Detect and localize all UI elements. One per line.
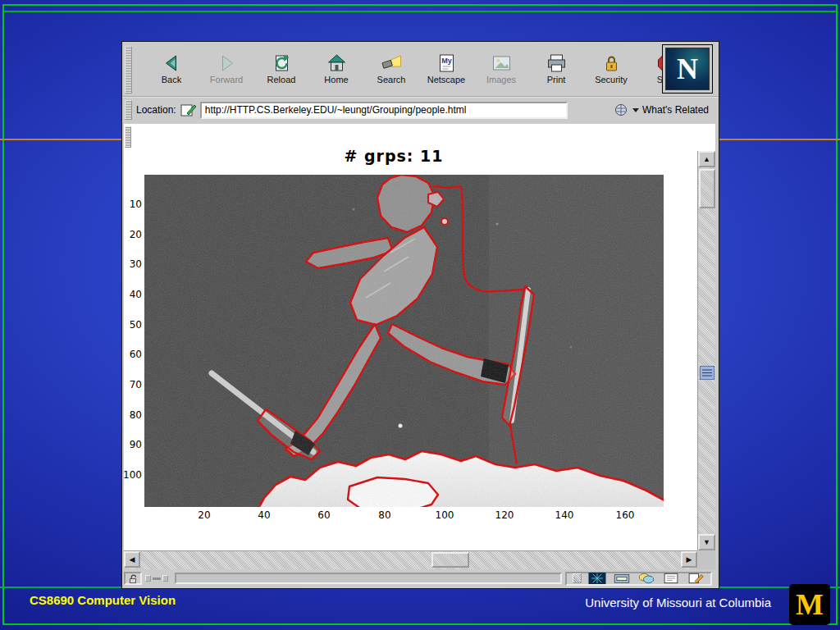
netscape-logo[interactable]: N	[662, 44, 713, 94]
slide-background: Back Forward Reload	[0, 0, 840, 630]
y-tick: 70	[130, 380, 142, 390]
y-tick: 50	[130, 320, 142, 331]
institution-label: University of Missouri at Columbia	[585, 596, 771, 609]
y-tick: 30	[130, 259, 142, 270]
browser-toolbar: Back Forward Reload	[124, 44, 717, 95]
security-lock-icon	[600, 52, 623, 74]
dropdown-arrow-icon	[632, 108, 639, 112]
x-axis-labels: 20 40 60 80 100 120 140 160	[144, 509, 664, 523]
mu-logo: M	[789, 584, 830, 625]
whats-related-label: What's Related	[642, 104, 709, 116]
y-tick: 20	[130, 230, 142, 240]
component-bar	[565, 572, 712, 586]
home-icon	[326, 52, 348, 74]
component-bar-handle[interactable]	[573, 573, 582, 583]
y-tick: 90	[130, 440, 142, 450]
y-axis-labels: 10 20 30 40 50 60 70 80 90 100	[124, 199, 142, 481]
y-tick: 60	[130, 349, 142, 360]
x-tick: 100	[436, 509, 454, 521]
x-tick: 160	[616, 509, 635, 521]
back-icon	[161, 52, 183, 74]
y-tick: 100	[124, 470, 142, 481]
bookmark-icon[interactable]	[180, 103, 197, 117]
horizontal-scroll-track[interactable]	[140, 551, 681, 569]
location-bar-drag-handle[interactable]	[125, 100, 132, 120]
home-button[interactable]: Home	[309, 44, 363, 92]
x-tick: 120	[495, 509, 514, 521]
address-book-icon[interactable]	[662, 573, 680, 584]
whats-related-button[interactable]: What's Related	[614, 103, 709, 116]
scroll-right-button[interactable]: ▶	[681, 551, 697, 568]
search-button[interactable]: Search	[364, 44, 418, 92]
vertical-scroll-thumb[interactable]	[699, 169, 715, 208]
mailbox-icon[interactable]	[613, 573, 631, 584]
x-tick: 40	[258, 509, 270, 521]
whats-related-icon	[614, 103, 629, 116]
discussions-icon[interactable]	[637, 573, 655, 584]
y-tick: 10	[130, 199, 142, 210]
search-icon	[381, 52, 403, 74]
forward-icon	[216, 52, 238, 74]
forward-button[interactable]: Forward	[199, 44, 253, 92]
mu-logo-letter: M	[796, 587, 824, 622]
netscape-button[interactable]: My Netscape	[419, 44, 473, 92]
figure-title: # grps: 11	[124, 147, 664, 165]
y-tick: 40	[130, 290, 142, 300]
reload-button[interactable]: Reload	[254, 44, 308, 92]
security-status-button[interactable]	[124, 572, 142, 585]
course-label: CS8690 Computer Vision	[30, 593, 176, 607]
x-tick: 20	[198, 509, 210, 521]
navigator-icon[interactable]	[588, 573, 606, 584]
x-tick: 140	[555, 509, 574, 521]
location-input[interactable]	[200, 102, 568, 119]
horizontal-scrollbar[interactable]: ◀ ▶	[124, 550, 697, 569]
x-tick: 80	[378, 509, 390, 521]
horizontal-scroll-thumb[interactable]	[431, 552, 469, 568]
back-button[interactable]: Back	[144, 44, 199, 92]
top-accent-line	[3, 11, 837, 12]
browser-window: Back Forward Reload	[121, 41, 719, 589]
composer-icon[interactable]	[687, 573, 705, 584]
toolbar-buttons: Back Forward Reload	[133, 44, 717, 95]
x-tick: 60	[317, 509, 330, 521]
svg-text:My: My	[441, 57, 452, 65]
scroll-position-marker	[700, 366, 714, 380]
security-button[interactable]: Security	[584, 44, 638, 92]
toolbar-drag-handle[interactable]	[125, 46, 132, 94]
images-button[interactable]: Images	[474, 44, 528, 92]
reload-icon	[271, 52, 293, 74]
open-lock-icon	[128, 573, 138, 584]
images-icon	[491, 52, 513, 74]
status-widget-icon	[145, 575, 168, 582]
my-netscape-icon: My	[436, 52, 458, 74]
status-bar	[124, 571, 715, 586]
segmentation-image	[144, 175, 664, 507]
netscape-logo-letter: N	[665, 48, 710, 90]
scroll-down-button[interactable]: ▼	[698, 534, 715, 550]
location-bar: Location: What's Related	[124, 98, 717, 122]
print-icon	[546, 52, 568, 74]
status-progress-bar	[175, 573, 562, 584]
browser-content: # grps: 11 10 20 30 40 50 60 70 80 90 10…	[124, 124, 715, 550]
scrollbar-corner	[697, 550, 715, 569]
scroll-up-button[interactable]: ▲	[698, 151, 715, 167]
y-tick: 80	[130, 410, 142, 421]
print-button[interactable]: Print	[529, 44, 583, 92]
vertical-scrollbar[interactable]: ▲ ▼	[697, 151, 715, 550]
personal-toolbar-handle[interactable]	[125, 126, 131, 148]
location-label: Location:	[136, 104, 176, 116]
scroll-left-button[interactable]: ◀	[124, 551, 140, 568]
